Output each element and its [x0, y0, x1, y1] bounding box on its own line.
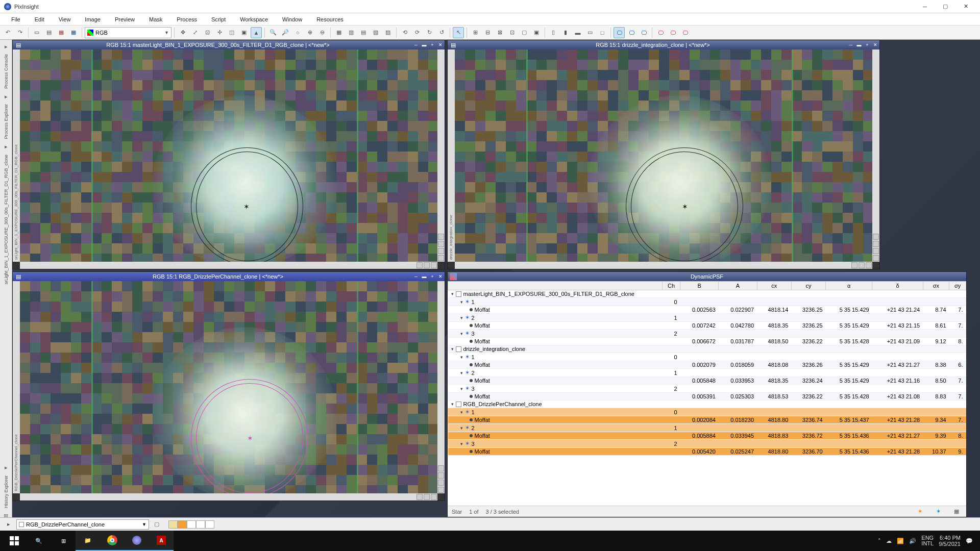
- scroll-arrow-icon[interactable]: [431, 494, 437, 500]
- screen4-icon[interactable]: 🖵: [667, 27, 678, 38]
- psf-star-row[interactable]: ▾✶32: [448, 385, 966, 393]
- expand-icon[interactable]: ▾: [460, 355, 463, 360]
- psf-star-row[interactable]: ▾✶10: [448, 298, 966, 306]
- expand-icon[interactable]: ▾: [460, 425, 463, 431]
- undo-icon[interactable]: ↶: [2, 27, 13, 38]
- scroll-arrow-icon[interactable]: [873, 248, 879, 254]
- expand-icon[interactable]: ▾: [460, 315, 463, 320]
- window-titlebar-bl[interactable]: ▤ RGB 15:1 RGB_DrizzlePerChannel_clone |…: [13, 272, 445, 281]
- onedrive-icon[interactable]: ☁: [886, 538, 892, 544]
- grid4-icon[interactable]: ▨: [382, 27, 394, 38]
- scroll-arrow-icon[interactable]: [438, 234, 444, 240]
- scroll-arrow-icon[interactable]: [438, 480, 444, 486]
- menu-mask[interactable]: Mask: [142, 14, 169, 24]
- expand-icon[interactable]: ▾: [451, 346, 454, 352]
- window-close-icon[interactable]: ✕: [436, 41, 445, 48]
- swatch-icon[interactable]: [168, 520, 178, 529]
- rot2-icon[interactable]: ↻: [424, 27, 435, 38]
- window-min-icon[interactable]: ─: [412, 273, 420, 280]
- scroll-arrow-icon[interactable]: [438, 472, 444, 479]
- psf-star-row[interactable]: ▾✶10: [448, 353, 966, 361]
- rot3-icon[interactable]: ↺: [436, 27, 447, 38]
- hist2-icon[interactable]: ⊠: [494, 27, 505, 38]
- window-min-icon[interactable]: ─: [412, 41, 420, 48]
- acrobat-icon[interactable]: A: [149, 531, 174, 551]
- menu-resources[interactable]: Resources: [309, 14, 351, 24]
- menu-edit[interactable]: Edit: [28, 14, 52, 24]
- psf-star-row[interactable]: ▾✶32: [448, 330, 966, 338]
- psf-titlebar[interactable]: DynamicPSF: [448, 272, 966, 281]
- psf-fit-row[interactable]: Moffat0.0058840.0339454818.833236.725 35…: [448, 432, 966, 440]
- hist4-icon[interactable]: ▢: [519, 27, 530, 38]
- swatch-icon[interactable]: [178, 520, 187, 529]
- grid0-icon[interactable]: ▦: [333, 27, 345, 38]
- menu-workspace[interactable]: Workspace: [233, 14, 275, 24]
- window-menu-icon[interactable]: ▤: [15, 273, 22, 280]
- explorer-icon[interactable]: 📁: [76, 531, 100, 551]
- scroll-arrow-icon[interactable]: [438, 241, 444, 247]
- expand-icon[interactable]: ▾: [460, 441, 463, 446]
- layout2-icon[interactable]: ▬: [572, 27, 583, 38]
- search-button[interactable]: 🔍: [27, 531, 51, 551]
- grid3-icon[interactable]: ▧: [370, 27, 381, 38]
- rail-history-explorer[interactable]: History Explorer: [3, 473, 10, 510]
- menu-image[interactable]: Image: [78, 14, 108, 24]
- image-viewport-tl[interactable]: ✶: [20, 49, 437, 262]
- menu-view[interactable]: View: [52, 14, 78, 24]
- zoom-fit-icon[interactable]: ⊕: [304, 27, 315, 38]
- psf-fit-row[interactable]: Moffat0.0025630.0229074818.143236.255 35…: [448, 306, 966, 314]
- grid1-icon[interactable]: ▥: [346, 27, 357, 38]
- window-close-icon[interactable]: ✕: [871, 41, 879, 48]
- window-menu-icon[interactable]: ▤: [450, 41, 457, 48]
- window-titlebar-tl[interactable]: ▤ RGB 15:1 masterLight_BIN_1_EXPOSURE_30…: [13, 40, 445, 49]
- scroll-arrow-icon[interactable]: [438, 487, 444, 493]
- zoom-reset-icon[interactable]: ⊖: [316, 27, 328, 38]
- layout1-icon[interactable]: ▮: [560, 27, 571, 38]
- zoom-icon[interactable]: ○: [292, 27, 303, 38]
- tray-chevron-icon[interactable]: ˄: [878, 538, 881, 544]
- expand-icon[interactable]: ▾: [460, 331, 463, 336]
- psf-fit-row[interactable]: Moffat0.0066720.0317874818.503236.225 35…: [448, 338, 966, 345]
- notifications-icon[interactable]: 💬: [966, 538, 973, 544]
- psf-col-header[interactable]: B: [680, 282, 719, 290]
- psf-col-header[interactable]: cx: [757, 282, 791, 290]
- scroll-arrow-icon[interactable]: [859, 262, 865, 268]
- menu-script[interactable]: Script: [204, 14, 233, 24]
- psf-tool-icon[interactable]: ▦: [951, 506, 962, 517]
- psf-fit-row[interactable]: Moffat0.0054200.0252474818.803236.705 35…: [448, 448, 966, 456]
- cursor-icon[interactable]: ↖: [453, 27, 464, 38]
- psf-col-header[interactable]: [448, 282, 663, 290]
- swatch-icon[interactable]: [187, 520, 196, 529]
- grid2-icon[interactable]: ▤: [358, 27, 369, 38]
- psf-col-header[interactable]: δ: [872, 282, 923, 290]
- volume-icon[interactable]: 🔊: [909, 538, 916, 544]
- screen3-icon[interactable]: 🖵: [655, 27, 666, 38]
- scroll-arrow-icon[interactable]: [431, 262, 437, 268]
- window-shade-icon[interactable]: ▬: [420, 273, 428, 280]
- window-shade-icon[interactable]: ▬: [420, 41, 428, 48]
- clock[interactable]: 6:40 PM9/5/2021: [939, 535, 961, 547]
- start-button[interactable]: [2, 531, 27, 551]
- hist0-icon[interactable]: ⊞: [470, 27, 481, 38]
- rot0-icon[interactable]: ⟲: [399, 27, 410, 38]
- redo-icon[interactable]: ↷: [14, 27, 26, 38]
- window-close-icon[interactable]: ✕: [436, 273, 445, 280]
- psf-fit-row[interactable]: Moffat0.0072420.0427804818.353236.255 35…: [448, 322, 966, 330]
- rail-pin2-icon[interactable]: ▸: [2, 92, 11, 101]
- psf-tool-icon[interactable]: ✶: [933, 506, 944, 517]
- hist5-icon[interactable]: ▣: [531, 27, 542, 38]
- window-titlebar-tr[interactable]: ▤ RGB 15:1 drizzle_integration_clone | <…: [448, 40, 879, 49]
- expand-icon[interactable]: ▾: [460, 386, 463, 391]
- checkbox[interactable]: [456, 346, 461, 352]
- expand-icon[interactable]: ▾: [460, 299, 463, 305]
- zoom-in-icon[interactable]: 🔍: [267, 27, 279, 38]
- rail-pin3-icon[interactable]: ▸: [2, 142, 11, 152]
- screen2-icon[interactable]: 🖵: [638, 27, 649, 38]
- crop-icon[interactable]: ◫: [226, 27, 237, 38]
- screen1-icon[interactable]: 🖵: [626, 27, 637, 38]
- hist3-icon[interactable]: ⊡: [506, 27, 518, 38]
- expand-icon[interactable]: ▾: [460, 370, 463, 375]
- arrows-icon[interactable]: ✢: [214, 27, 225, 38]
- menu-preview[interactable]: Preview: [108, 14, 142, 24]
- scroll-arrow-icon[interactable]: [873, 255, 879, 261]
